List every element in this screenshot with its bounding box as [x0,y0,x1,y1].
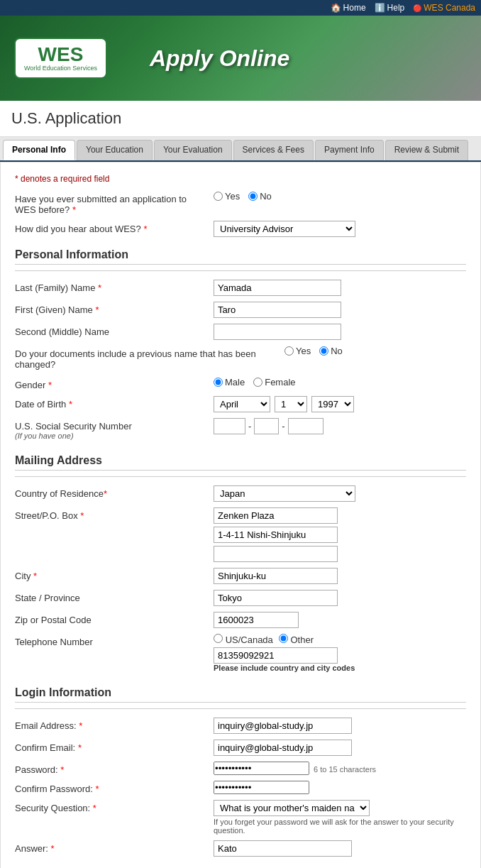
confirm-password-row: Confirm Password: * [15,781,466,794]
security-question-select[interactable]: What is your mother's maiden name? What … [214,800,370,816]
submitted-before-yes-radio[interactable] [214,192,223,201]
confirm-email-row: Confirm Email: * [15,740,466,756]
tel-us-canada-radio[interactable] [214,634,223,643]
tab-personal-info[interactable]: Personal Info [3,140,75,160]
middle-name-input[interactable] [214,324,341,340]
submitted-before-no-radio[interactable] [248,192,258,201]
submitted-before-no-label[interactable]: No [248,191,272,202]
country-row: Country of Residence* Japan United State… [15,485,466,502]
submitted-before-yes-label[interactable]: Yes [214,191,240,202]
city-label: City * [15,568,214,581]
street-line2-input[interactable] [214,527,338,543]
tab-your-education[interactable]: Your Education [77,140,153,160]
dob-control: JanuaryFebruaryMarch AprilMayJune JulyAu… [214,396,466,412]
country-control: Japan United States Canada Other [214,485,466,502]
state-label: State / Province [15,590,214,603]
dob-day-select[interactable]: 1234 5678 9101520 2531 [275,396,307,412]
street-label: Street/P.O. Box * [15,507,214,521]
wes-canada-link[interactable]: WES Canada [413,3,475,13]
tel-options: US/Canada Other [214,634,466,645]
home-link[interactable]: Home [331,3,366,13]
confirm-password-input[interactable] [214,781,309,794]
confirm-email-input[interactable] [214,740,352,756]
password-label: Password: * [15,762,214,775]
tel-us-canada-label[interactable]: US/Canada [214,634,273,645]
logo-main-text: WES [38,45,84,65]
tab-services-fees[interactable]: Services & Fees [233,140,314,160]
email-input[interactable] [214,718,352,734]
telephone-control: US/Canada Other Please include country a… [214,634,466,672]
mailing-header: Mailing Address [15,454,466,471]
telephone-input[interactable] [214,647,338,664]
first-name-input[interactable] [214,302,341,318]
password-row: Password: * 6 to 15 characters [15,762,466,775]
page-title: U.S. Application [0,101,481,137]
street-line3-input[interactable] [214,546,338,562]
street-row: Street/P.O. Box * [15,507,466,562]
answer-input[interactable] [214,840,352,857]
personal-info-divider [15,270,466,271]
password-input[interactable] [214,762,309,775]
last-name-control [214,280,466,296]
tel-note: Please include country and city codes [214,664,466,672]
gender-male-label[interactable]: Male [214,377,245,388]
first-name-label: First (Given) Name * [15,302,214,315]
street-line1-input[interactable] [214,507,338,524]
heard-about-select[interactable]: University Advisor Internet Search Frien… [214,221,355,237]
heard-about-control: University Advisor Internet Search Frien… [214,221,466,237]
mailing-divider [15,476,466,477]
city-input[interactable] [214,568,338,584]
prev-name-no-label[interactable]: No [319,346,343,356]
submitted-before-row: Have you ever submitted an application t… [15,191,466,215]
submitted-before-label: Have you ever submitted an application t… [15,191,214,215]
tab-your-evaluation[interactable]: Your Evaluation [154,140,232,160]
state-input[interactable] [214,590,338,606]
prev-name-yes-label[interactable]: Yes [284,346,311,356]
tab-payment-info[interactable]: Payment Info [315,140,384,160]
gender-control: Male Female [214,377,466,388]
page-header: WES World Education Services Apply Onlin… [0,16,481,101]
confirm-email-label: Confirm Email: * [15,740,214,753]
last-name-input[interactable] [214,280,341,296]
dob-year-select[interactable]: 1990199119921993 199419951996 1997199819… [311,396,354,412]
top-navigation: Home Help WES Canada [0,0,481,16]
zip-label: Zip or Postal Code [15,612,214,625]
country-select[interactable]: Japan United States Canada Other [214,485,355,502]
dob-label: Date of Birth * [15,396,214,410]
prev-name-no-radio[interactable] [319,346,328,356]
prev-name-yes-radio[interactable] [284,346,294,356]
tab-review-submit[interactable]: Review & Submit [385,140,468,160]
city-row: City * [15,568,466,584]
submitted-before-control: Yes No [214,191,466,202]
help-link[interactable]: Help [375,3,405,13]
gender-female-radio[interactable] [253,378,262,387]
heard-about-row: How did you hear about WES? * University… [15,221,466,237]
zip-control [214,612,466,628]
password-control: 6 to 15 characters [214,762,466,775]
security-question-control: What is your mother's maiden name? What … [214,800,466,835]
tel-other-label[interactable]: Other [279,634,314,645]
gender-male-radio[interactable] [214,378,223,387]
state-row: State / Province [15,590,466,606]
tel-other-radio[interactable] [279,634,288,643]
middle-name-label: Second (Middle) Name [15,324,214,337]
login-header: Login Information [15,686,466,703]
gender-row: Gender * Male Female [15,377,466,390]
ssn-part1-input[interactable] [214,418,245,434]
password-hint: 6 to 15 characters [314,765,376,774]
ssn-dash2: - [282,421,284,432]
zip-input[interactable] [214,612,299,628]
security-question-label: Security Question: * [15,800,214,813]
state-control [214,590,466,606]
login-divider [15,708,466,709]
logo-sub-text: World Education Services [24,65,97,72]
answer-label: Answer: * [15,840,214,854]
confirm-password-label: Confirm Password: * [15,781,214,794]
dob-month-select[interactable]: JanuaryFebruaryMarch AprilMayJune JulyAu… [214,396,270,412]
ssn-part3-input[interactable] [288,418,324,434]
answer-row: Answer: * [15,840,466,857]
gender-female-label[interactable]: Female [253,377,295,388]
ssn-part2-input[interactable] [254,418,279,434]
last-name-label: Last (Family) Name * [15,280,214,293]
ssn-label: U.S. Social Security Number (If you have… [15,418,214,440]
